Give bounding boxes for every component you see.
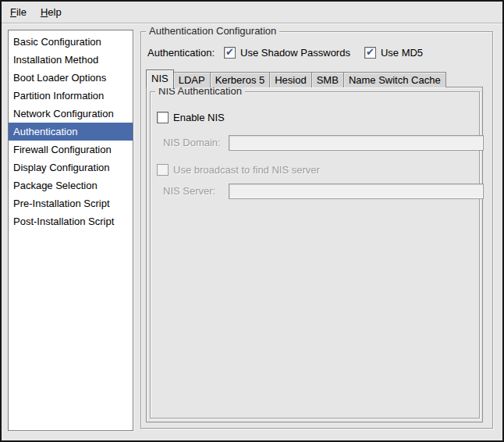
menu-help[interactable]: Help — [34, 2, 69, 23]
authentication-options-row: Authentication: ✔ Use Shadow Passwords ✔… — [147, 45, 437, 59]
menu-help-label: elp — [48, 6, 61, 18]
config-steps-list: Basic Configuration Installation Method … — [8, 30, 133, 431]
tab-hesiod[interactable]: Hesiod — [269, 72, 311, 87]
menu-help-mnemonic: H — [41, 6, 48, 18]
app-window: File Help Basic Configuration Installati… — [0, 0, 504, 442]
use-broadcast-checkbox — [157, 164, 169, 176]
use-broadcast-label: Use broadcast to find NIS server — [173, 164, 320, 176]
nis-server-label: NIS Server: — [163, 184, 215, 199]
tab-name-switch-cache[interactable]: Name Switch Cache — [343, 72, 446, 87]
nis-domain-row: NIS Domain: — [157, 135, 476, 151]
nis-server-input — [229, 184, 484, 199]
authentication-label: Authentication: — [147, 47, 215, 59]
nis-authentication-frame: NIS Authentication Enable NIS NIS Domain… — [150, 91, 480, 419]
sidebar-item-installation-method[interactable]: Installation Method — [9, 51, 133, 69]
nis-tab-page: NIS Authentication Enable NIS NIS Domain… — [146, 87, 483, 422]
menu-file-label: ile — [16, 6, 27, 18]
sidebar-item-post-installation-script[interactable]: Post-Installation Script — [9, 212, 133, 230]
frame-title: Authentication Configuration — [146, 25, 279, 37]
tab-smb[interactable]: SMB — [311, 72, 344, 87]
menubar: File Help — [2, 2, 502, 23]
sidebar-item-basic-configuration[interactable]: Basic Configuration — [9, 33, 133, 51]
sidebar-item-firewall-configuration[interactable]: Firewall Configuration — [9, 141, 133, 159]
sidebar-item-authentication[interactable]: Authentication — [9, 123, 133, 141]
enable-nis-label: Enable NIS — [173, 112, 225, 123]
check-icon: ✔ — [225, 47, 234, 57]
use-broadcast-option: Use broadcast to find NIS server — [157, 163, 476, 176]
use-shadow-passwords-label: Use Shadow Passwords — [240, 47, 350, 59]
nis-domain-input — [229, 135, 484, 151]
menu-file-mnemonic: F — [10, 6, 16, 18]
sidebar-item-display-configuration[interactable]: Display Configuration — [9, 159, 133, 176]
sidebar-item-package-selection[interactable]: Package Selection — [9, 176, 133, 194]
use-shadow-passwords-checkbox[interactable]: ✔ — [224, 47, 236, 59]
check-icon: ✔ — [366, 47, 374, 57]
tab-nis[interactable]: NIS — [146, 70, 174, 88]
menu-file[interactable]: File — [3, 2, 34, 23]
sidebar-item-boot-loader-options[interactable]: Boot Loader Options — [9, 69, 133, 87]
use-md5-label: Use MD5 — [381, 47, 423, 59]
enable-nis-option[interactable]: Enable NIS — [157, 111, 476, 123]
authentication-configuration-frame: Authentication Configuration Authenticat… — [140, 31, 493, 429]
use-shadow-passwords-option[interactable]: ✔ Use Shadow Passwords — [224, 47, 350, 59]
enable-nis-checkbox[interactable] — [157, 112, 169, 123]
tab-kerberos-5[interactable]: Kerberos 5 — [210, 72, 271, 87]
auth-tabs: NIS LDAP Kerberos 5 Hesiod SMB Name Swit… — [146, 69, 446, 87]
nis-server-row: NIS Server: — [157, 184, 476, 199]
sidebar-item-pre-installation-script[interactable]: Pre-Installation Script — [9, 194, 133, 212]
nis-domain-label: NIS Domain: — [163, 135, 221, 151]
tab-ldap[interactable]: LDAP — [173, 72, 211, 87]
use-md5-option[interactable]: ✔ Use MD5 — [364, 47, 423, 59]
sidebar-item-network-configuration[interactable]: Network Configuration — [9, 105, 133, 123]
use-md5-checkbox[interactable]: ✔ — [364, 47, 376, 59]
sidebar-item-partition-information[interactable]: Partition Information — [9, 87, 133, 105]
